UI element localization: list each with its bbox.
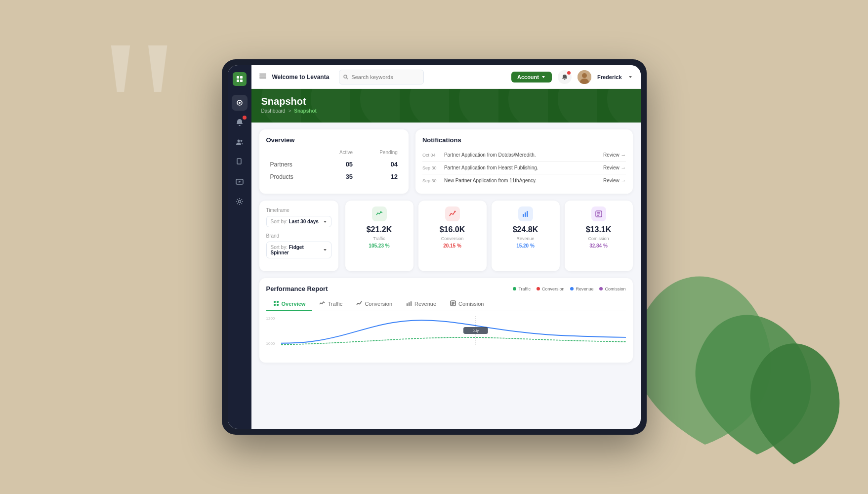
- performance-header: Performance Report TrafficConversionReve…: [266, 285, 626, 292]
- notif-text: Partner Application from Dotdas/Meredith…: [444, 152, 598, 158]
- account-button[interactable]: Account: [511, 72, 552, 82]
- svg-rect-3: [240, 80, 243, 82]
- metric-cards-row: $21.2K Traffic 105.23 % $16.0K Conversio…: [345, 201, 633, 271]
- brand-select[interactable]: Sort by: Fidget Spinner: [266, 242, 331, 258]
- svg-marker-21: [629, 76, 632, 78]
- tab-traffic[interactable]: Traffic: [312, 297, 349, 311]
- metric-label-revenue: Revenue: [516, 236, 534, 241]
- sidebar-item-media[interactable]: [232, 174, 248, 190]
- chart-svg: July: [281, 316, 626, 346]
- metric-card-conversion: $16.0K Conversion 20.15 %: [418, 201, 487, 271]
- overview-col-active: Active: [320, 149, 357, 158]
- search-input[interactable]: [351, 74, 419, 80]
- breadcrumb-separator: >: [288, 108, 291, 114]
- tab-icon-revenue: [406, 300, 412, 307]
- notifications-title: Notifications: [422, 136, 626, 144]
- leaf-decoration-1: [631, 247, 779, 445]
- metric-card-traffic: $21.2K Traffic 105.23 %: [345, 201, 413, 271]
- tablet-frame: Welcome to Levanta Account Frederic: [222, 59, 647, 435]
- svg-rect-35: [274, 304, 276, 306]
- timeframe-card: Timeframe Sort by: Last 30 days Brand So…: [259, 201, 338, 271]
- overview-col-pending: Pending: [357, 149, 402, 158]
- svg-rect-26: [523, 214, 524, 217]
- overview-col-empty: [266, 149, 320, 158]
- cards-row-2: Timeframe Sort by: Last 30 days Brand So…: [259, 201, 633, 271]
- menu-icon[interactable]: [259, 73, 266, 82]
- tab-label-overview: Overview: [282, 301, 306, 307]
- table-row: Products 35 12: [266, 170, 402, 183]
- metric-pct-traffic: 105.23 %: [369, 243, 389, 248]
- tablet-screen: Welcome to Levanta Account Frederic: [228, 65, 641, 429]
- svg-point-5: [239, 102, 241, 104]
- sidebar-item-documents[interactable]: [232, 154, 248, 170]
- svg-point-24: [380, 211, 381, 213]
- svg-text:July: July: [472, 329, 479, 333]
- legend-traffic: Traffic: [513, 287, 531, 291]
- leaf-decoration-3: [744, 326, 843, 464]
- svg-rect-37: [407, 303, 408, 306]
- metric-pct-conversion: 20.15 %: [443, 243, 461, 248]
- legend-comission: Comission: [599, 287, 625, 291]
- sidebar-item-notifications[interactable]: [232, 115, 248, 130]
- tab-revenue[interactable]: Revenue: [399, 297, 443, 311]
- sidebar-logo[interactable]: [233, 72, 247, 86]
- notification-item: Sep 30 New Partner Application from 11th…: [422, 174, 626, 187]
- dashboard-grid: Overview Active Pending: [251, 123, 641, 370]
- svg-rect-12: [259, 74, 266, 75]
- page-title: Snapshot: [261, 96, 306, 107]
- metric-label-conversion: Conversion: [441, 236, 464, 241]
- metric-label-traffic: Traffic: [373, 236, 385, 241]
- topnav: Welcome to Levanta Account Frederic: [251, 65, 641, 89]
- notification-button[interactable]: [558, 70, 572, 84]
- table-row: Partners 05 04: [266, 158, 402, 170]
- svg-rect-13: [259, 76, 266, 77]
- breadcrumb: Dashboard > Snapshot: [261, 108, 631, 114]
- brand-label: Brand: [266, 233, 331, 239]
- search-box: [339, 70, 424, 84]
- svg-rect-28: [527, 211, 528, 217]
- tab-conversion[interactable]: Conversion: [349, 297, 399, 311]
- performance-legend: TrafficConversionRevenueComission: [513, 287, 625, 291]
- svg-point-25: [454, 211, 455, 212]
- svg-marker-23: [324, 249, 327, 251]
- metric-value-comission: $13.1K: [586, 225, 612, 234]
- svg-rect-38: [409, 302, 410, 306]
- header-banner: Snapshot Dashboard > Snapshot: [251, 89, 641, 123]
- metric-value-traffic: $21.2K: [367, 225, 392, 234]
- tab-label-revenue: Revenue: [414, 301, 436, 307]
- legend-conversion: Conversion: [537, 287, 565, 291]
- performance-card: Performance Report TrafficConversionReve…: [259, 278, 633, 363]
- user-dropdown-icon: [628, 75, 633, 80]
- chart-y-labels: 1200 1000: [266, 316, 281, 346]
- tab-comission[interactable]: Comission: [443, 297, 491, 311]
- legend-revenue: Revenue: [570, 287, 593, 291]
- tab-label-traffic: Traffic: [328, 301, 342, 307]
- notif-badge: [567, 71, 571, 75]
- search-icon: [343, 75, 348, 80]
- topnav-title: Welcome to Levanta: [272, 74, 330, 81]
- metric-icon-revenue: [518, 206, 533, 221]
- metric-icon-traffic: [372, 206, 387, 221]
- timeframe-label: Timeframe: [266, 207, 331, 213]
- cards-row-1: Overview Active Pending: [259, 129, 633, 194]
- metric-card-comission: $13.1K Comission 32.84 %: [565, 201, 633, 271]
- metric-icon-conversion: [445, 206, 460, 221]
- notif-review-link[interactable]: Review →: [603, 165, 626, 170]
- tab-overview[interactable]: Overview: [266, 297, 313, 311]
- notif-date: Oct 04: [422, 153, 439, 158]
- sidebar-item-users[interactable]: [232, 134, 248, 150]
- row-active: 35: [320, 170, 357, 183]
- notif-review-link[interactable]: Review →: [603, 178, 626, 183]
- sidebar-item-settings[interactable]: [232, 194, 248, 209]
- notif-review-link[interactable]: Review →: [603, 152, 626, 158]
- quote-mark: ": [99, 10, 179, 207]
- tab-icon-overview: [273, 300, 279, 307]
- notification-item: Sep 30 Partner Application from Hearst P…: [422, 162, 626, 174]
- metric-pct-comission: 32.84 %: [589, 243, 608, 248]
- timeframe-select[interactable]: Sort by: Last 30 days: [266, 216, 331, 227]
- svg-point-7: [240, 140, 242, 142]
- sidebar-item-snapshot[interactable]: [232, 95, 248, 111]
- tab-icon-comission: [450, 300, 456, 307]
- performance-title: Performance Report: [266, 285, 328, 292]
- tab-label-conversion: Conversion: [365, 301, 392, 307]
